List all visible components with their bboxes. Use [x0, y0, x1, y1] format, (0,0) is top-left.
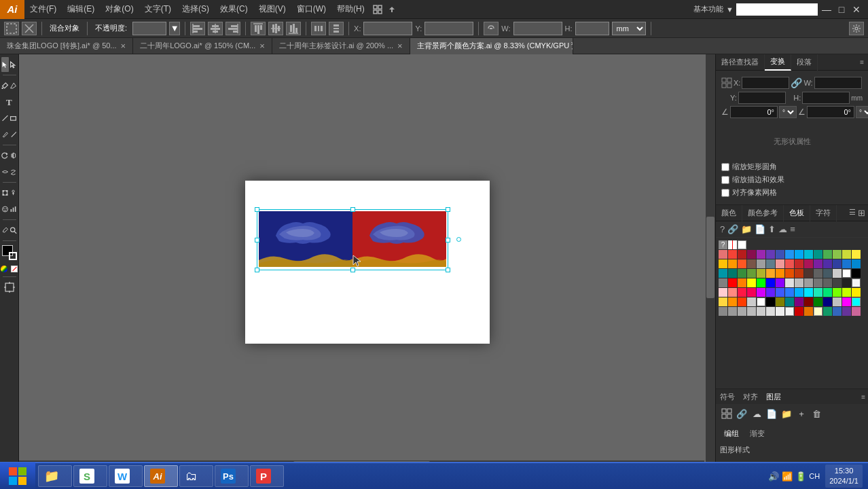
color-tab-swatches[interactable]: 色板 [784, 205, 810, 221]
swatch-import-icon[interactable]: ⬆ [768, 224, 776, 234]
swatch-r6-10[interactable] [804, 297, 813, 306]
swatch-r3-11[interactable] [814, 269, 822, 278]
menu-icon2[interactable] [385, 0, 400, 18]
swatch-r6-9[interactable] [795, 297, 803, 306]
swatch-grey-8[interactable] [785, 307, 794, 316]
swatch-r4-6[interactable] [766, 278, 775, 287]
angle2-dropdown[interactable]: ° [856, 106, 868, 118]
swatch-r1-9[interactable] [795, 250, 803, 259]
checkbox-scale-stroke[interactable] [721, 176, 729, 184]
swatch-cloud-icon[interactable]: ☁ [778, 224, 787, 234]
swatch-folder-icon[interactable]: 📁 [741, 224, 752, 234]
swatch-r2-13[interactable] [833, 259, 842, 268]
swatch-orange-dark[interactable] [804, 307, 813, 316]
swatch-r3-9[interactable] [795, 269, 803, 278]
coord-x-input[interactable]: -538.965 [742, 77, 789, 89]
taskbar-folder2[interactable]: 🗂 [179, 465, 213, 487]
swatch-r5-4[interactable] [747, 288, 756, 297]
type-tool[interactable]: T [2, 94, 17, 109]
swatch-r4-13[interactable] [833, 278, 842, 287]
rb-sub-group[interactable]: 编组 [720, 426, 743, 441]
swatch-r5-14[interactable] [842, 288, 851, 297]
swatch-r2-6[interactable] [766, 259, 775, 268]
maximize-button[interactable]: □ [835, 3, 848, 16]
tab-1[interactable]: 二十周年LOGO.ai* @ 150% (CM... × [133, 38, 272, 54]
swatch-r1-1[interactable] [719, 250, 727, 259]
tray-icon-3[interactable]: 🔋 [795, 471, 806, 482]
menu-effect[interactable]: 效果(C) [215, 0, 253, 18]
toolbar-deselect[interactable] [22, 22, 37, 35]
align-left[interactable] [190, 22, 205, 35]
swatch-r3-14[interactable] [842, 269, 851, 278]
align-top[interactable] [251, 22, 266, 35]
red-artwork[interactable] [352, 211, 446, 267]
rb-icon-doc[interactable]: 📄 [765, 407, 778, 420]
pen-tool[interactable] [1, 78, 9, 93]
link-icon[interactable] [484, 22, 499, 35]
angle2-input[interactable] [807, 106, 854, 118]
swatch-r6-2[interactable] [728, 297, 737, 306]
rb-icon-link[interactable]: 🔗 [735, 407, 748, 420]
swatch-r2-10[interactable] [804, 259, 813, 268]
swatch-r4-8[interactable] [785, 278, 794, 287]
right-panel-collapse[interactable]: ≡ [860, 58, 868, 66]
swatch-r6-4[interactable] [747, 297, 756, 306]
swatch-r1-8[interactable] [785, 250, 794, 259]
tab-2[interactable]: 二十周年主标签设计.ai @ 200% ... × [272, 38, 410, 54]
opacity-dropdown[interactable]: ▼ [169, 22, 180, 35]
coord-y-input[interactable]: 123.022 [738, 92, 786, 104]
swatch-r6-6[interactable] [766, 297, 775, 306]
anchor-tool[interactable] [10, 78, 17, 93]
swatch-r3-3[interactable] [738, 269, 746, 278]
swatch-r1-14[interactable] [842, 250, 851, 259]
color-tab-char[interactable]: 字符 [810, 205, 837, 221]
artboard-tool[interactable] [2, 280, 17, 295]
blue-artwork[interactable] [259, 211, 352, 267]
swatch-r2-3[interactable] [738, 259, 746, 268]
swatch-r3-13[interactable] [833, 269, 842, 278]
swatch-r6-7[interactable] [776, 297, 784, 306]
align-right[interactable] [225, 22, 240, 35]
handle-mr[interactable] [446, 238, 450, 242]
swatch-r6-1[interactable] [719, 297, 727, 306]
swatch-r1-7[interactable] [776, 250, 784, 259]
swatch-r5-5[interactable] [757, 288, 765, 297]
swatch-grey-3[interactable] [738, 307, 746, 316]
taskbar-powerpoint[interactable]: P [250, 465, 284, 487]
taskbar-app-s[interactable]: S [73, 465, 107, 487]
reflect-tool[interactable] [10, 148, 17, 163]
swatch-r2-1[interactable] [719, 259, 727, 268]
swatch-r5-8[interactable] [785, 288, 794, 297]
menu-file[interactable]: 文件(F) [24, 0, 62, 18]
rb-panel-menu[interactable]: ≡ [861, 392, 868, 401]
swatch-grey-4[interactable] [747, 307, 756, 316]
color-tab-reference[interactable]: 颜色参考 [742, 205, 784, 221]
handle-bm[interactable] [350, 268, 355, 272]
swatch-r1-13[interactable] [833, 250, 842, 259]
line-tool[interactable] [1, 111, 9, 126]
swatch-r3-4[interactable] [747, 269, 756, 278]
align-bottom[interactable] [286, 22, 301, 35]
close-button[interactable]: ✕ [850, 3, 863, 16]
handle-bl[interactable] [255, 268, 259, 272]
tab-2-close[interactable]: × [397, 41, 403, 50]
lock-icon[interactable]: 🔗 [791, 77, 802, 88]
rb-tab-align[interactable]: 对齐 [739, 389, 762, 404]
workspace-dropdown-icon[interactable]: ▼ [726, 5, 734, 14]
swatch-r2-2[interactable] [728, 259, 737, 268]
taskbar-illustrator[interactable]: Ai [144, 465, 178, 487]
swatch-pink-dark[interactable] [852, 307, 861, 316]
menu-text[interactable]: 文字(T) [139, 0, 177, 18]
swatch-r5-1[interactable] [719, 288, 727, 297]
swatch-r2-8[interactable] [785, 259, 794, 268]
swatch-r5-13[interactable] [833, 288, 842, 297]
swatch-green-dark[interactable] [823, 307, 832, 316]
rb-icon-add[interactable]: + [795, 407, 808, 420]
swatch-r3-1[interactable] [719, 269, 727, 278]
swatch-r5-9[interactable] [795, 288, 803, 297]
color-grid-icon[interactable]: ⊞ [858, 208, 865, 218]
stroke-color[interactable] [9, 252, 17, 260]
taskbar-file-explorer[interactable]: 📁 [38, 465, 72, 487]
swatch-r4-2[interactable] [728, 278, 737, 287]
handle-rotate[interactable] [456, 237, 461, 242]
